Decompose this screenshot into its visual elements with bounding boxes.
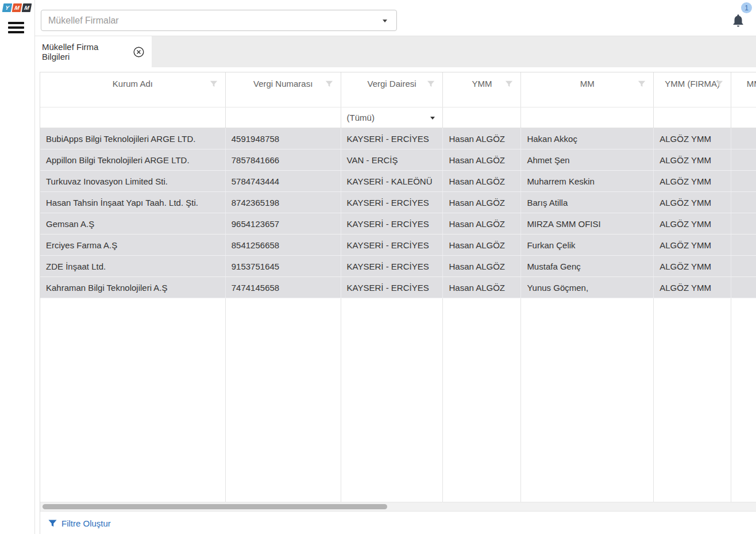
table-cell: VAN - ERCİŞ xyxy=(341,149,443,170)
table-cell: Barış Atilla xyxy=(521,192,654,213)
table-cell: Appillon Bilgi Teknolojileri ARGE LTD. xyxy=(40,149,226,170)
close-icon xyxy=(133,46,145,58)
table-cell: 9654123657 xyxy=(226,213,341,234)
column-filter-icon[interactable] xyxy=(427,80,435,88)
table-cell: Hakan Akkoç xyxy=(521,128,654,149)
table-cell: 8541256658 xyxy=(226,235,341,255)
table-cell: ALGÖZ YMM xyxy=(654,128,731,149)
column-header-label: Vergi Dairesi xyxy=(368,79,416,89)
table-cell xyxy=(731,277,756,298)
filter-cell-kurum-ad[interactable] xyxy=(40,107,226,128)
empty-column xyxy=(341,298,443,502)
table-cell: Gemsan A.Ş xyxy=(40,213,226,234)
filter-panel: Filtre Oluştur xyxy=(40,512,756,534)
left-rail: Y M M xyxy=(0,0,34,534)
table-cell xyxy=(731,235,756,255)
create-filter-button[interactable]: Filtre Oluştur xyxy=(48,518,111,528)
column-header-ymm-firma[interactable]: YMM (FIRMA) xyxy=(654,72,731,107)
table-cell: Kahraman Bilgi Teknolojileri A.Ş xyxy=(40,277,226,298)
empty-column xyxy=(731,298,756,502)
chevron-down-icon xyxy=(383,20,387,22)
column-header-kurum-ad[interactable]: Kurum Adı xyxy=(40,72,226,107)
table-cell: 7474145658 xyxy=(226,277,341,298)
table-cell xyxy=(731,192,756,213)
table-cell: ZDE İnşaat Ltd. xyxy=(40,256,226,276)
table-cell: BubiApps Bilgi Teknolojileri ARGE LTD. xyxy=(40,128,226,149)
table-cell: 5784743444 xyxy=(226,171,341,191)
table-cell xyxy=(731,213,756,234)
table-cell: 9153751645 xyxy=(226,256,341,276)
table-cell: Hasan ALGÖZ xyxy=(443,149,521,170)
empty-column xyxy=(40,298,226,502)
filter-cell-vergi-dairesi[interactable]: (Tümü) xyxy=(341,107,443,128)
table-cell: 8742365198 xyxy=(226,192,341,213)
horizontal-scrollbar[interactable] xyxy=(40,502,756,512)
table-cell: ALGÖZ YMM xyxy=(654,213,731,234)
table-cell xyxy=(731,256,756,276)
table-cell: MIRZA SMM OFISI xyxy=(521,213,654,234)
table-row[interactable]: BubiApps Bilgi Teknolojileri ARGE LTD.45… xyxy=(40,128,756,149)
column-filter-icon[interactable] xyxy=(210,80,218,88)
scrollbar-thumb[interactable] xyxy=(43,504,387,509)
menu-button[interactable] xyxy=(8,22,24,36)
table-cell: KAYSERİ - ERCİYES xyxy=(341,192,443,213)
table-cell: Hasan ALGÖZ xyxy=(443,192,521,213)
column-header-label: YMM xyxy=(472,79,492,89)
column-header-mm[interactable]: MM xyxy=(521,72,654,107)
table-cell: ALGÖZ YMM xyxy=(654,192,731,213)
filter-cell-ymm-firma[interactable] xyxy=(654,107,731,128)
column-filter-icon[interactable] xyxy=(715,80,723,88)
empty-column xyxy=(443,298,521,502)
filter-select-value: (Tümü) xyxy=(347,113,375,122)
filter-cell-vergi-numaras[interactable] xyxy=(226,107,341,128)
module-select-placeholder: Mükellef Firmalar xyxy=(48,16,119,26)
empty-column xyxy=(654,298,731,502)
table-cell: KAYSERİ - KALEÖNÜ xyxy=(341,171,443,191)
filter-cell-ymm[interactable] xyxy=(443,107,521,128)
tab-strip: Mükellef Firma Bilgileri xyxy=(35,36,756,67)
table-row[interactable]: Hasan Tahsin İnşaat Yapı Taah. Ltd. Şti.… xyxy=(40,192,756,213)
column-filter-icon[interactable] xyxy=(638,80,646,88)
module-select[interactable]: Mükellef Firmalar xyxy=(41,10,397,31)
column-filter-icon[interactable] xyxy=(505,80,513,88)
main-panel: Mükellef Firmalar 1 Mükellef Firma Bilgi… xyxy=(34,0,756,534)
table-cell: KAYSERİ - ERCİYES xyxy=(341,277,443,298)
grid-empty-area xyxy=(40,298,756,502)
notification-badge: 1 xyxy=(741,2,752,13)
table-cell: ALGÖZ YMM xyxy=(654,235,731,255)
table-row[interactable]: Turkuvaz Inovasyon Limited Sti.578474344… xyxy=(40,171,756,192)
chevron-down-icon xyxy=(430,117,435,120)
column-header-vergi-numaras[interactable]: Vergi Numarası xyxy=(226,72,341,107)
table-cell: Hasan ALGÖZ xyxy=(443,171,521,191)
table-cell: Turkuvaz Inovasyon Limited Sti. xyxy=(40,171,226,191)
table-cell: Hasan ALGÖZ xyxy=(443,235,521,255)
column-header-label: MM xyxy=(580,79,595,89)
column-header-label: YMM (FIRMA) xyxy=(665,79,720,89)
topbar: Mükellef Firmalar 1 xyxy=(35,0,756,36)
table-cell xyxy=(731,128,756,149)
column-header-label: Vergi Numarası xyxy=(253,79,313,89)
column-header-mm-firma[interactable]: MM (FIRMA) xyxy=(731,72,756,107)
table-row[interactable]: Appillon Bilgi Teknolojileri ARGE LTD.78… xyxy=(40,149,756,171)
grid-header-row: Kurum AdıVergi NumarasıVergi DairesiYMMM… xyxy=(40,72,756,107)
create-filter-label: Filtre Oluştur xyxy=(61,518,111,528)
table-row[interactable]: ZDE İnşaat Ltd.9153751645KAYSERİ - ERCİY… xyxy=(40,256,756,277)
column-filter-icon[interactable] xyxy=(325,80,333,88)
table-cell: KAYSERİ - ERCİYES xyxy=(341,235,443,255)
table-cell: 7857841666 xyxy=(226,149,341,170)
table-cell: Hasan ALGÖZ xyxy=(443,213,521,234)
logo-letter-m2: M xyxy=(22,3,32,12)
notifications-button[interactable] xyxy=(731,13,745,28)
empty-column xyxy=(521,298,654,502)
column-header-ymm[interactable]: YMM xyxy=(443,72,521,107)
tab-mukellef-firma-bilgileri[interactable]: Mükellef Firma Bilgileri xyxy=(35,36,152,67)
column-header-vergi-dairesi[interactable]: Vergi Dairesi xyxy=(341,72,443,107)
tab-close-button[interactable] xyxy=(133,46,145,58)
filter-cell-mm-firma[interactable] xyxy=(731,107,756,128)
table-row[interactable]: Kahraman Bilgi Teknolojileri A.Ş74741456… xyxy=(40,277,756,298)
column-header-label: Kurum Adı xyxy=(113,79,153,89)
table-row[interactable]: Erciyes Farma A.Ş8541256658KAYSERİ - ERC… xyxy=(40,235,756,256)
table-cell: Yunus Göçmen, xyxy=(521,277,654,298)
filter-cell-mm[interactable] xyxy=(521,107,654,128)
table-row[interactable]: Gemsan A.Ş9654123657KAYSERİ - ERCİYESHas… xyxy=(40,213,756,235)
